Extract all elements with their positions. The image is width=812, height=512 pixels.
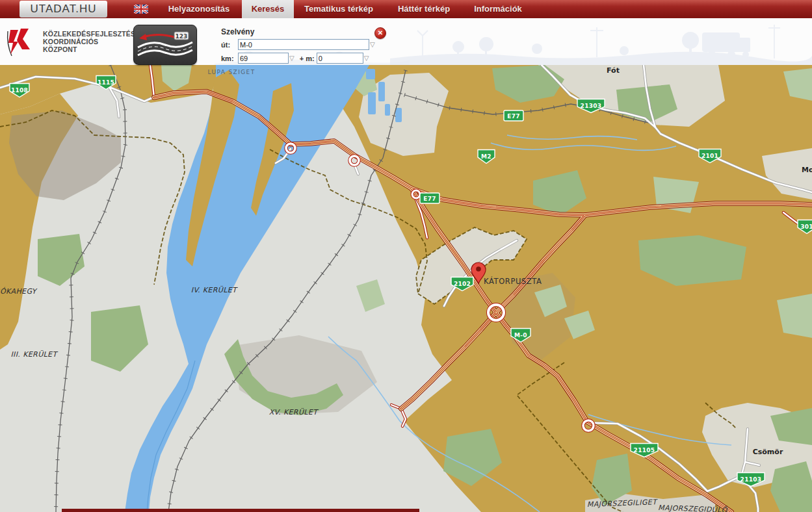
szelveny-panel: Szelvény ✕ út: ▽ km: ▽ + m: ▽ bbox=[221, 23, 390, 64]
map-label: IV. KERÜLET bbox=[191, 285, 238, 294]
section-search-icon[interactable]: 123 bbox=[133, 25, 197, 65]
svg-text:E77: E77 bbox=[507, 113, 520, 120]
map-label: KÁTORPUSZTA bbox=[484, 276, 542, 286]
map-label: Mog bbox=[802, 166, 812, 174]
svg-text:2101: 2101 bbox=[701, 153, 718, 159]
brand-logo[interactable]: UTADAT.HU bbox=[20, 1, 107, 18]
road-dropdown-icon[interactable]: ▽ bbox=[370, 41, 375, 48]
top-nav-bar: UTADAT.HU Helyazonosítás Keresés Tematik… bbox=[0, 0, 812, 18]
badge-123: 123 bbox=[176, 33, 188, 40]
tab-hatter-terkep[interactable]: Háttér térkép bbox=[390, 0, 458, 18]
kkk-logo: KÖZLEKEDÉSFEJLESZTÉSI KOORDINÁCIÓS KÖZPO… bbox=[5, 25, 137, 58]
map-label: Csömör bbox=[753, 448, 783, 456]
tab-informaciok[interactable]: Információk bbox=[467, 0, 529, 18]
svg-text:M2: M2 bbox=[481, 153, 491, 160]
utadat-app: UTADAT.HU Helyazonosítás Keresés Tematik… bbox=[0, 0, 812, 512]
tab-helyazonositas[interactable]: Helyazonosítás bbox=[164, 0, 234, 18]
meter-dropdown-icon[interactable]: ▽ bbox=[364, 55, 369, 62]
bottom-bar-fragment bbox=[62, 509, 419, 512]
svg-text:301: 301 bbox=[800, 224, 812, 230]
road-shield-E77: E77 bbox=[504, 110, 523, 121]
km-field-label: km: bbox=[221, 55, 238, 62]
svg-text:2102: 2102 bbox=[454, 281, 471, 287]
uk-flag-icon[interactable] bbox=[134, 5, 148, 14]
map-label: Fót bbox=[607, 66, 620, 75]
svg-text:E77: E77 bbox=[423, 196, 436, 202]
svg-text:21303: 21303 bbox=[581, 103, 602, 109]
km-dropdown-icon[interactable]: ▽ bbox=[289, 55, 295, 62]
km-input[interactable] bbox=[238, 53, 289, 64]
kkk-logo-icon bbox=[5, 25, 39, 58]
map-label: III. KERÜLET bbox=[10, 350, 58, 359]
meter-field-label: + m: bbox=[300, 55, 315, 62]
svg-text:1108: 1108 bbox=[11, 87, 28, 94]
tab-tematikus-terkep[interactable]: Tematikus térkép bbox=[298, 0, 380, 18]
map-label: LUPA SZIGET bbox=[207, 69, 255, 75]
toolbar: KÖZLEKEDÉSFEJLESZTÉSI KOORDINÁCIÓS KÖZPO… bbox=[0, 18, 812, 65]
map-label: RÓKAHEGY bbox=[0, 287, 38, 296]
road-input[interactable] bbox=[238, 39, 369, 50]
svg-text:1115: 1115 bbox=[98, 79, 114, 86]
close-icon[interactable]: ✕ bbox=[374, 27, 386, 39]
svg-text:M-0: M-0 bbox=[514, 332, 527, 339]
road-shield-E77: E77 bbox=[420, 193, 439, 203]
panel-title: Szelvény bbox=[221, 27, 254, 36]
tab-kereses[interactable]: Keresés bbox=[242, 0, 294, 18]
kkk-logo-text: KÖZLEKEDÉSFEJLESZTÉSI KOORDINÁCIÓS KÖZPO… bbox=[43, 30, 137, 53]
svg-text:21103: 21103 bbox=[740, 476, 762, 483]
road-field-label: út: bbox=[221, 41, 238, 49]
map-label: XV. KERÜLET bbox=[269, 407, 319, 416]
terrain-layer bbox=[0, 65, 812, 512]
map-canvas[interactable]: 11081115213032101301M2E77E772102M-021105… bbox=[0, 65, 812, 512]
svg-text:21105: 21105 bbox=[634, 447, 655, 454]
map-container[interactable]: 11081115213032101301M2E77E772102M-021105… bbox=[0, 65, 812, 512]
meter-input[interactable] bbox=[317, 53, 363, 64]
